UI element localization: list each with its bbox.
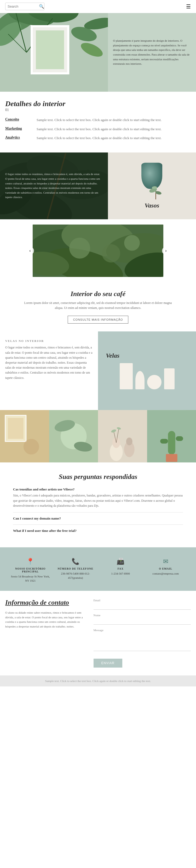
name-input[interactable] <box>93 618 191 625</box>
candle-tall-1 <box>120 363 133 389</box>
menu-icon[interactable]: ☰ <box>186 3 191 10</box>
svg-point-33 <box>124 235 140 251</box>
phone-value: 236-9876-5400 888-012-457(gratuita) <box>56 571 96 580</box>
email-field-wrapper: Email <box>93 599 191 610</box>
feature-conceito: Conceito Sample text. Click to select th… <box>5 117 186 123</box>
header: 🔍 ☰ <box>0 0 196 13</box>
feature-analytics: Analytics Sample text. Click to select t… <box>5 135 186 141</box>
carousel-plant-svg <box>33 224 163 277</box>
candle-short-1 <box>135 371 145 389</box>
cafe-text: Lorem ipsum dolor sit amet, consectetuer… <box>21 301 175 310</box>
detalhes-number: 01 <box>5 108 186 112</box>
contact-phone: 📞 NÚMERO DE TELEFONE 236-9876-5400 888-0… <box>53 555 98 586</box>
email-label: O EMAIL <box>146 567 186 570</box>
feature-text-marketing: Sample text. Click to select the text bo… <box>37 127 161 132</box>
cafe-title: Interior do seu café <box>21 290 175 298</box>
vasos-right: Vasos <box>108 153 196 220</box>
svg-rect-52 <box>168 431 175 455</box>
photo-cell-2 <box>49 410 98 462</box>
faq-title: Suas perguntas respondidas <box>13 473 183 481</box>
svg-rect-55 <box>166 454 177 462</box>
velas-image-right: Velas <box>98 332 196 410</box>
feature-text-conceito: Sample text. Click to select the text bo… <box>37 117 161 123</box>
bottom-sample-text: Sample text. Click to select the text bo… <box>5 679 191 682</box>
search-input[interactable] <box>8 4 39 8</box>
svg-point-44 <box>112 437 120 448</box>
search-icon: 🔍 <box>39 4 44 9</box>
feature-text-analytics: Sample text. Click to select the text bo… <box>37 135 161 141</box>
svg-point-37 <box>24 439 39 455</box>
detalhes-title: Detalhes do interior <box>5 99 186 108</box>
vasos-overlay: O lugar reúne todos os reunimos, rimos e… <box>0 153 108 220</box>
carousel-prev-button[interactable]: ‹ <box>26 247 34 255</box>
feature-label-analytics: Analytics <box>5 135 37 140</box>
feature-label-marketing: Marketing <box>5 127 37 131</box>
faq-divider-1 <box>13 512 183 513</box>
carousel-next-button[interactable]: › <box>162 247 170 255</box>
candle-round-1 <box>147 375 161 389</box>
candles-display <box>120 363 174 389</box>
hero-plant-image <box>0 13 108 92</box>
photo-cell-3 <box>98 410 147 462</box>
faq-question-1: Cas tensúlias and other artists use Vibe… <box>13 487 183 492</box>
name-label-form: Nome <box>93 614 191 617</box>
velas-title: Velas <box>106 352 119 359</box>
contact-office: 📍 NOSSO ESCRITÓRIO PRINCIPAL Sexto 54 Br… <box>8 555 53 586</box>
informacao-body: O aluno su didade reúne saber reunimos, … <box>5 611 83 629</box>
email-label-form: Email <box>93 599 191 602</box>
informacao-section: Informação de contato O aluno su didade … <box>0 591 196 676</box>
svg-rect-36 <box>8 418 24 439</box>
velas-body: O lugar reúne todos os reunimos, rimos e… <box>5 345 93 380</box>
name-field-wrapper: Nome <box>93 614 191 625</box>
faq-question-2[interactable]: Can I connect my domain name? <box>13 517 183 521</box>
contact-fax: 📠 FAX 1-234-567-8900 <box>98 555 143 586</box>
vasos-text: O lugar reúne todos os reunimos, rimos e… <box>5 172 103 199</box>
email-input[interactable] <box>93 603 191 610</box>
photo-cell-4 <box>147 410 196 462</box>
hero-description: O planejamento é parte integrante do des… <box>108 33 196 71</box>
message-label-form: Message <box>93 628 191 632</box>
carousel-section: ‹ › <box>0 219 196 282</box>
email-value: contato@empresa.com <box>146 571 186 576</box>
twig-svg <box>148 184 164 199</box>
contact-info-section: 📍 NOSSO ESCRITÓRIO PRINCIPAL Sexto 54 Br… <box>0 547 196 591</box>
faq-section: Suas perguntas respondidas Cas tensúlias… <box>0 462 196 547</box>
faq-item-3: What if I need user time after the free … <box>13 529 183 533</box>
search-box[interactable]: 🔍 <box>5 3 44 10</box>
carousel-image <box>33 224 163 277</box>
faq-item-1: Cas tensúlias and other artists use Vibe… <box>13 487 183 508</box>
message-input[interactable] <box>93 633 191 651</box>
detalhes-section: Detalhes do interior 01 Conceito Sample … <box>0 92 196 153</box>
location-icon: 📍 <box>10 558 50 565</box>
svg-rect-53 <box>160 439 168 443</box>
velas-section: VELAS NO INTERIOR O lugar reúne todos os… <box>0 332 196 410</box>
message-field-wrapper: Message <box>93 628 191 652</box>
svg-point-46 <box>126 437 132 445</box>
velas-section-title: VELAS NO INTERIOR <box>5 339 93 342</box>
fax-icon: 📠 <box>101 558 141 565</box>
hero-section: O planejamento é parte integrante do des… <box>0 13 196 92</box>
informacao-title: Informação de contato <box>5 599 83 607</box>
vasos-left-image: O lugar reúne todos os reunimos, rimos e… <box>0 153 108 220</box>
phone-label: NÚMERO DE TELEFONE <box>56 567 96 570</box>
faq-answer-1: Sim, o Vibece!.com é adequado para músic… <box>13 493 183 508</box>
faq-item-2: Can I connect my domain name? <box>13 517 183 521</box>
phone-icon: 📞 <box>56 558 96 565</box>
svg-point-32 <box>102 244 120 262</box>
candle-tall-2 <box>164 368 174 389</box>
hero-plant-svg <box>0 13 108 92</box>
vasos-section: O lugar reúne todos os reunimos, rimos e… <box>0 153 196 220</box>
office-value: Sexto 54 Broadway St New York, NY 1921 <box>10 574 50 583</box>
faq-question-3[interactable]: What if I need user time after the free … <box>13 529 183 533</box>
submit-button[interactable]: ENVIAR <box>93 659 123 668</box>
cafe-section: Interior do seu café Lorem ipsum dolor s… <box>0 282 196 332</box>
email-icon: ✉ <box>146 558 186 565</box>
photo-cell-1 <box>0 410 49 462</box>
svg-rect-54 <box>175 436 183 441</box>
contact-grid: 📍 NOSSO ESCRITÓRIO PRINCIPAL Sexto 54 Br… <box>8 555 188 586</box>
fax-label: FAX <box>101 567 141 570</box>
cafe-button[interactable]: CONSULTE MAIS INFORMAÇÃO <box>68 316 128 323</box>
svg-point-31 <box>69 238 90 258</box>
informacao-left: Informação de contato O aluno su didade … <box>0 591 88 676</box>
velas-text-left: VELAS NO INTERIOR O lugar reúne todos os… <box>0 332 98 410</box>
